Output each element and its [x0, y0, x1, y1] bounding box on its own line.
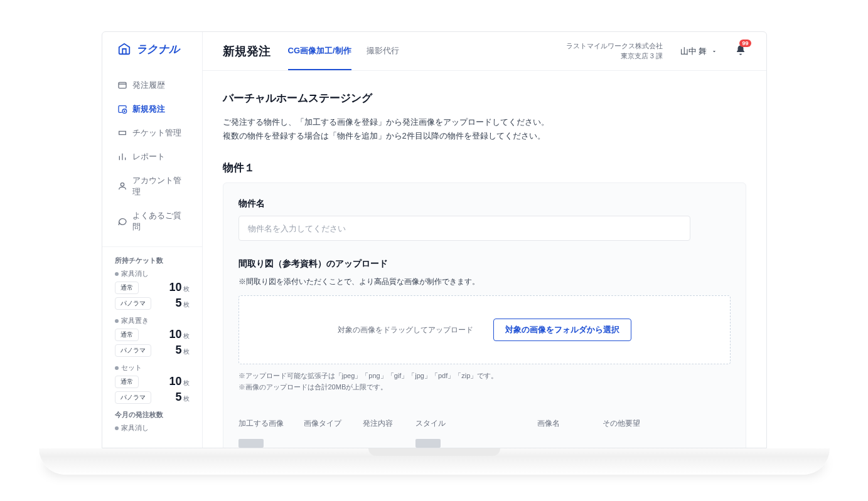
- ticket-count-value: 10: [169, 375, 181, 388]
- th-other: その他要望: [603, 418, 731, 429]
- company-division: 東京支店 3 課: [566, 51, 663, 61]
- ticket-tag-panorama: パノラマ: [115, 297, 151, 310]
- sidebar-item-faq[interactable]: よくあるご質問: [102, 204, 202, 239]
- sidebar-item-history[interactable]: 発注履歴: [102, 73, 202, 97]
- company-name: ラストマイルワークス株式会社: [566, 41, 663, 51]
- logo: ラクナル: [102, 32, 202, 66]
- ticket-group-name: 家具消し: [121, 423, 149, 433]
- user-name: 山中 舞: [680, 46, 707, 57]
- dot-icon: [115, 426, 119, 430]
- tab-label: 撮影代行: [367, 45, 399, 56]
- ticket-group-name: 家具置き: [121, 316, 149, 325]
- notification-badge: 99: [739, 40, 751, 47]
- property-name-input[interactable]: [238, 216, 690, 241]
- image-placeholder-icon: [415, 439, 441, 448]
- month-group-kagukeshi: 家具消し: [115, 423, 190, 433]
- ticket-group-kaguoki: 家具置き 通常 10枚 パノラマ 5枚: [115, 316, 190, 357]
- user-menu[interactable]: 山中 舞: [680, 46, 717, 57]
- th-type: 画像タイプ: [304, 418, 348, 429]
- ticket-group-name: セット: [121, 363, 142, 372]
- th-name: 画像名: [537, 418, 587, 429]
- sidebar-item-report[interactable]: レポート: [102, 145, 202, 169]
- property-card: 物件名 間取り図（参考資料）のアップロード ※間取り図を添付いただくことで、より…: [223, 182, 746, 448]
- ticket-group-kagukeshi: 家具消し 通常 10枚 パノラマ 5枚: [115, 269, 190, 310]
- company-info: ラストマイルワークス株式会社 東京支店 3 課: [566, 41, 663, 61]
- chevron-down-icon: [711, 48, 717, 55]
- dropzone-text: 対象の画像をドラッグしてアップロード: [338, 325, 473, 335]
- ticket-count-unit: 枚: [183, 300, 190, 309]
- sidebar-item-account[interactable]: アカウント管理: [102, 169, 202, 204]
- dot-icon: [115, 366, 119, 370]
- sidebar-item-label: 発注履歴: [132, 80, 165, 91]
- desc-line: ご発注する物件し、「加工する画像を登録」から発注画像をアップロードしてください。: [223, 115, 746, 129]
- upload-dropzone[interactable]: 対象の画像をドラッグしてアップロード 対象の画像をフォルダから選択: [238, 295, 731, 364]
- logo-icon: [117, 42, 131, 56]
- ticket-tag-normal: 通常: [115, 329, 139, 341]
- svg-point-2: [121, 183, 124, 186]
- dot-icon: [115, 272, 119, 276]
- ticket-panel: 所持チケット数 家具消し 通常 10枚 パノラマ 5枚 家具置き 通常: [102, 246, 202, 448]
- section-title: バーチャルホームステージング: [223, 91, 746, 105]
- sidebar-item-label: アカウント管理: [132, 175, 187, 198]
- image-placeholder-icon: [238, 439, 264, 448]
- app-window: ラクナル 発注履歴 新規発注 チケット管理 レポート: [102, 31, 767, 448]
- ticket-count-unit: 枚: [183, 379, 190, 388]
- logo-text: ラクナル: [136, 42, 180, 56]
- property-heading: 物件１: [223, 161, 746, 175]
- ticket-tag-panorama: パノラマ: [115, 344, 151, 357]
- ticket-count-value: 5: [175, 391, 181, 404]
- note-line: ※画像のアップロードは合計20MBが上限です。: [238, 382, 731, 393]
- dot-icon: [115, 319, 119, 323]
- tab-photography[interactable]: 撮影代行: [367, 32, 399, 70]
- ticket-icon: [117, 128, 127, 138]
- ticket-count-value: 5: [175, 344, 181, 357]
- tab-label: CG画像加工/制作: [288, 45, 351, 56]
- report-icon: [117, 152, 127, 162]
- account-icon: [117, 181, 127, 191]
- ticket-count-unit: 枚: [183, 285, 190, 293]
- ticket-count-unit: 枚: [183, 394, 190, 403]
- header: 新規発注 CG画像加工/制作 撮影代行 ラストマイルワークス株式会社 東京支店 …: [203, 32, 766, 71]
- main-area: 新規発注 CG画像加工/制作 撮影代行 ラストマイルワークス株式会社 東京支店 …: [203, 32, 766, 448]
- floorplan-label: 間取り図（参考資料）のアップロード: [238, 258, 731, 270]
- upload-notes: ※アップロード可能な拡張子は「jpeg」「png」「gif」「jpg」「pdf」…: [238, 371, 731, 393]
- header-tabs: CG画像加工/制作 撮影代行: [288, 32, 399, 70]
- ticket-count-value: 5: [175, 297, 181, 310]
- ticket-count-unit: 枚: [183, 347, 190, 356]
- svg-rect-0: [119, 82, 126, 88]
- ticket-count-value: 10: [169, 281, 181, 294]
- th-content: 発注内容: [363, 418, 400, 429]
- notifications-button[interactable]: 99: [735, 45, 746, 58]
- laptop-base: [39, 448, 830, 475]
- page-title: 新規発注: [223, 43, 271, 60]
- th-style: スタイル: [415, 418, 522, 429]
- sidebar: ラクナル 発注履歴 新規発注 チケット管理 レポート: [102, 32, 203, 448]
- note-line: ※アップロード可能な拡張子は「jpeg」「png」「gif」「jpg」「pdf」…: [238, 371, 731, 382]
- sidebar-item-label: よくあるご質問: [132, 210, 187, 233]
- th-image: 加工する画像: [238, 418, 289, 429]
- ticket-count-value: 10: [169, 328, 181, 341]
- ticket-tag-normal: 通常: [115, 376, 139, 388]
- select-file-button[interactable]: 対象の画像をフォルダから選択: [493, 319, 631, 341]
- faq-icon: [117, 216, 127, 226]
- history-icon: [117, 80, 127, 90]
- content: バーチャルホームステージング ご発注する物件し、「加工する画像を登録」から発注画…: [203, 71, 766, 448]
- section-description: ご発注する物件し、「加工する画像を登録」から発注画像をアップロードしてください。…: [223, 115, 746, 143]
- property-name-label: 物件名: [238, 198, 731, 209]
- sidebar-item-label: 新規発注: [132, 103, 165, 115]
- ticket-group-name: 家具消し: [121, 269, 149, 278]
- table-row: [238, 439, 731, 448]
- ticket-group-set: セット 通常 10枚 パノラマ 5枚: [115, 363, 190, 404]
- month-order-title: 今月の発注枚数: [115, 410, 190, 419]
- ticket-count-unit: 枚: [183, 332, 190, 340]
- sidebar-item-label: チケット管理: [132, 127, 181, 139]
- ticket-tag-panorama: パノラマ: [115, 391, 151, 404]
- ticket-panel-title: 所持チケット数: [115, 256, 190, 265]
- sidebar-item-new-order[interactable]: 新規発注: [102, 97, 202, 121]
- order-table-headers: 加工する画像 画像タイプ 発注内容 スタイル 画像名 その他要望: [238, 418, 731, 429]
- nav-list: 発注履歴 新規発注 チケット管理 レポート アカウント管理: [102, 66, 202, 246]
- new-order-icon: [117, 104, 127, 114]
- floorplan-help: ※間取り図を添付いただくことで、より高品質な画像が制作できます。: [238, 276, 731, 288]
- tab-cg-processing[interactable]: CG画像加工/制作: [288, 32, 351, 70]
- sidebar-item-ticket[interactable]: チケット管理: [102, 121, 202, 145]
